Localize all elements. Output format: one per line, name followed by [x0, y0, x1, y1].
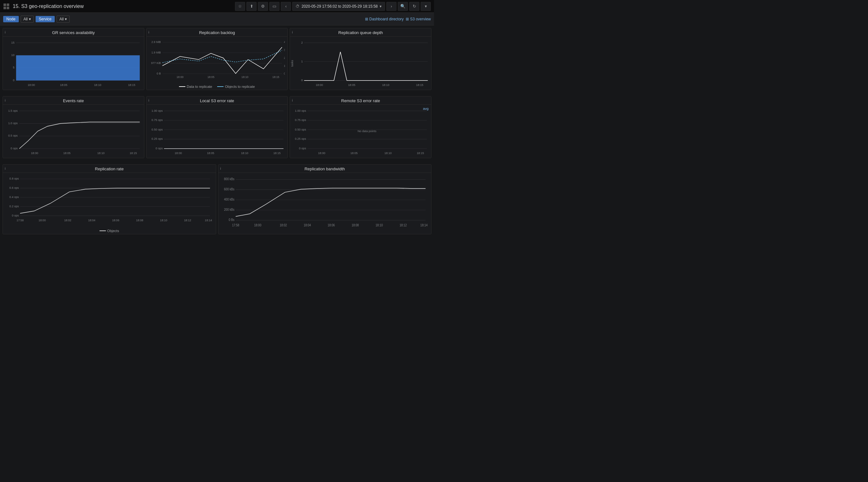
svg-text:18:10: 18:10 [160, 219, 167, 222]
filterbar: Node All ▾ Service All ▾ ⊞ Dashboard dir… [0, 13, 434, 26]
svg-text:1.00 ops: 1.00 ops [295, 109, 306, 112]
svg-text:18:10: 18:10 [241, 151, 248, 155]
svg-text:18:05: 18:05 [350, 151, 358, 155]
star-button[interactable]: ☆ [235, 2, 245, 11]
svg-text:18:05: 18:05 [207, 151, 214, 155]
service-filter-label[interactable]: Service [36, 16, 55, 22]
legend-objects-reprate: Objects [99, 229, 119, 233]
svg-text:18:02: 18:02 [279, 223, 287, 227]
svg-text:18:15: 18:15 [128, 83, 135, 87]
monitor-button[interactable]: ▭ [269, 2, 279, 11]
info-icon-events[interactable]: i [5, 98, 5, 102]
svg-text:17:58: 17:58 [232, 223, 239, 227]
next-button[interactable]: › [386, 2, 397, 11]
node-filter-dropdown[interactable]: All ▾ [21, 16, 34, 23]
svg-text:1: 1 [284, 64, 285, 67]
panel-replication-rate: i Replication rate 0.8 ops 0.6 ops 0.4 o… [3, 164, 216, 234]
svg-text:977 KiB: 977 KiB [151, 61, 161, 65]
time-range-picker[interactable]: ⏱ 2020-05-29 17:56:02 to 2020-05-29 18:1… [292, 2, 385, 11]
svg-text:0.50 ops: 0.50 ops [151, 127, 162, 131]
panel-body-gr: 15 10 5 0 18:00 18:05 18:10 18:15 [3, 37, 144, 90]
panel-local-s3: i Local S3 error rate 1.00 ops 0.75 ops … [146, 96, 288, 158]
svg-text:18:00: 18:00 [316, 83, 323, 87]
info-icon-remotes3[interactable]: i [292, 98, 292, 102]
svg-text:18:06: 18:06 [328, 223, 335, 227]
page-title: 15. S3 geo-replication overview [13, 3, 235, 9]
legend-data: Data to replicate [179, 85, 212, 88]
svg-rect-1 [7, 3, 9, 6]
info-icon-locals3[interactable]: i [149, 98, 149, 102]
svg-text:18:12: 18:12 [184, 219, 191, 222]
svg-text:10: 10 [11, 53, 14, 57]
svg-text:18:10: 18:10 [94, 83, 101, 87]
legend-objects: Objects to replicate [217, 85, 255, 88]
svg-text:17:58: 17:58 [17, 219, 24, 222]
svg-text:0: 0 [302, 78, 303, 82]
svg-text:18:14: 18:14 [420, 223, 428, 227]
svg-text:18:00: 18:00 [254, 223, 261, 227]
refresh-button[interactable]: ↻ [409, 2, 420, 11]
row-2: i Events rate 1.5 ops 1.0 ops 0.5 ops 0 … [3, 96, 431, 162]
svg-text:18:05: 18:05 [60, 83, 67, 87]
info-icon-gr[interactable]: i [5, 30, 5, 34]
panel-title-locals3: Local S3 error rate [147, 96, 288, 105]
prev-button[interactable]: ‹ [281, 2, 291, 11]
svg-text:0.25 ops: 0.25 ops [151, 137, 162, 140]
panel-body-reprate: 0.8 ops 0.6 ops 0.4 ops 0.2 ops 0 ops 17… [3, 173, 216, 228]
svg-text:18:05: 18:05 [348, 83, 355, 87]
svg-text:18:10: 18:10 [375, 223, 383, 227]
svg-text:0.75 ops: 0.75 ops [295, 118, 306, 122]
svg-text:0: 0 [13, 78, 14, 82]
svg-text:0 ops: 0 ops [155, 146, 163, 150]
expand-button[interactable]: ▾ [421, 2, 431, 11]
svg-text:0.6 ops: 0.6 ops [9, 186, 19, 190]
row-1: i GR services availability 15 10 5 0 [3, 28, 431, 94]
dashboard-dir-link[interactable]: ⊞ Dashboard directory [365, 17, 404, 21]
dashboard: i GR services availability 15 10 5 0 [0, 26, 434, 241]
share-button[interactable]: ⬆ [246, 2, 256, 11]
panel-remote-s3: i Remote S3 error rate avg 1.00 ops 0.75… [290, 96, 431, 158]
settings-button[interactable]: ⚙ [258, 2, 268, 11]
svg-text:0 Bs: 0 Bs [228, 218, 234, 222]
panel-legend-reprate: Objects [3, 228, 216, 234]
svg-text:0 ops: 0 ops [10, 146, 18, 150]
zoom-button[interactable]: 🔍 [398, 2, 408, 11]
svg-text:0.2 ops: 0.2 ops [9, 205, 19, 208]
svg-text:18:04: 18:04 [304, 223, 311, 227]
panel-legend-backlog: Data to replicate Objects to replicate [147, 84, 288, 90]
svg-text:18:05: 18:05 [63, 151, 70, 155]
svg-text:1: 1 [302, 59, 303, 63]
y-axis-tasks: tasks [290, 60, 294, 66]
svg-text:1.5 ops: 1.5 ops [8, 109, 18, 112]
svg-text:400 kBs: 400 kBs [224, 197, 234, 201]
svg-text:2.9 MiB: 2.9 MiB [151, 40, 161, 44]
panel-title-backlog: Replication backlog [147, 28, 288, 37]
svg-text:0.50 ops: 0.50 ops [295, 127, 306, 131]
svg-rect-0 [3, 3, 6, 6]
info-icon-reprate[interactable]: i [5, 167, 5, 170]
service-filter-dropdown[interactable]: All ▾ [57, 16, 70, 23]
panel-body-backlog: 2.9 MiB 1.9 MiB 977 KiB 0 B 4 3 2 1 0 [147, 37, 288, 84]
info-icon-backlog[interactable]: i [149, 30, 149, 34]
panel-title-reprate: Replication rate [3, 165, 216, 173]
panel-title-events: Events rate [3, 96, 144, 105]
info-icon-repbw[interactable]: i [220, 167, 221, 170]
svg-text:18:00: 18:00 [28, 83, 35, 87]
svg-text:18:15: 18:15 [417, 151, 424, 155]
svg-text:0.75 ops: 0.75 ops [151, 118, 162, 122]
svg-text:18:08: 18:08 [351, 223, 359, 227]
svg-text:18:12: 18:12 [399, 223, 407, 227]
panel-title-remotes3: Remote S3 error rate [290, 96, 431, 105]
svg-text:No data points: No data points [358, 129, 376, 133]
svg-text:18:10: 18:10 [384, 151, 392, 155]
panel-body-queue: tasks 2 1 0 18:00 18:05 18:10 18: [290, 37, 431, 90]
svg-text:0.4 ops: 0.4 ops [9, 196, 19, 199]
s3-overview-link[interactable]: ⊞ S3 overview [406, 17, 431, 21]
svg-text:15: 15 [11, 40, 14, 44]
svg-text:18:15: 18:15 [130, 151, 137, 155]
node-filter-label[interactable]: Node [3, 16, 19, 22]
svg-text:1.00 ops: 1.00 ops [151, 109, 162, 112]
info-icon-queue[interactable]: i [292, 30, 292, 34]
svg-text:18:15: 18:15 [273, 151, 280, 155]
svg-text:0.8 ops: 0.8 ops [9, 177, 19, 180]
